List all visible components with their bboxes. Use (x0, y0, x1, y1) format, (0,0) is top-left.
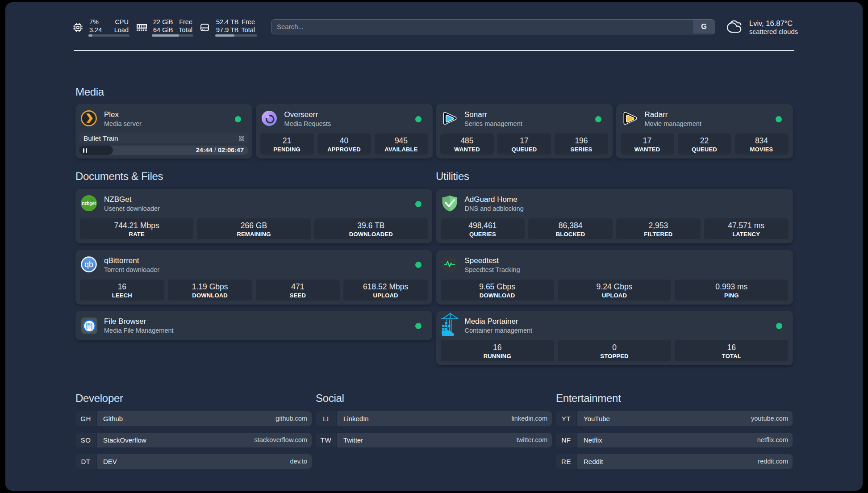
svg-text:nzbget: nzbget (82, 201, 96, 206)
svg-text:qb: qb (84, 260, 93, 269)
